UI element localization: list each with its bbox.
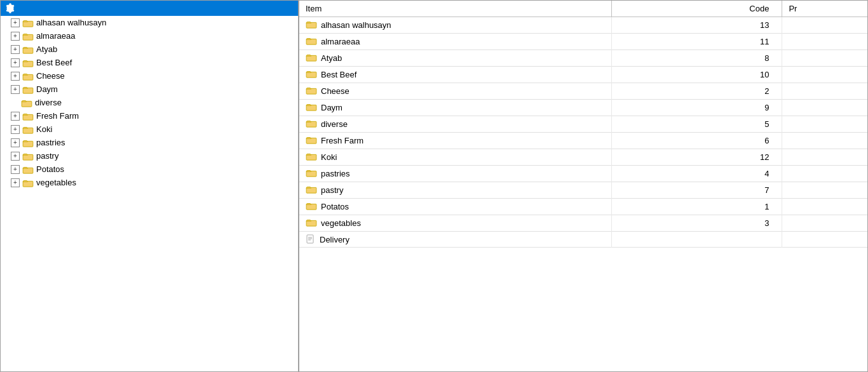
tree-header[interactable] bbox=[1, 1, 298, 16]
cell-item-pastries: pastries bbox=[299, 166, 612, 182]
gear-icon bbox=[4, 3, 15, 13]
cell-pr-potatos bbox=[782, 199, 867, 215]
cell-code-daym: 9 bbox=[612, 100, 782, 116]
tree-item-daym[interactable]: + Daym bbox=[1, 83, 298, 96]
folder-icon-atyab bbox=[22, 45, 34, 54]
expand-btn-koki[interactable]: + bbox=[11, 125, 20, 134]
cell-item-vegetables: vegetables bbox=[299, 215, 612, 232]
table-row-delivery[interactable]: Delivery bbox=[299, 232, 867, 248]
tree-item-almaraeaa[interactable]: + almaraeaa bbox=[1, 29, 298, 43]
cell-pr-bestbeef bbox=[782, 67, 867, 83]
row-folder-icon-alhasan bbox=[306, 20, 317, 30]
expand-btn-pastry[interactable]: + bbox=[11, 152, 20, 161]
expand-btn-freshfarm[interactable]: + bbox=[11, 112, 20, 121]
row-folder-icon-pastry bbox=[306, 185, 317, 196]
folder-icon-pastry bbox=[22, 152, 34, 161]
cell-code-pastries: 4 bbox=[612, 166, 782, 182]
cell-code-bestbeef: 10 bbox=[612, 67, 782, 83]
row-doc-icon-delivery bbox=[306, 234, 316, 244]
row-folder-icon-koki bbox=[306, 152, 317, 163]
cell-code-diverse: 5 bbox=[612, 116, 782, 133]
table-row-pastries[interactable]: pastries4 bbox=[299, 166, 867, 182]
tree-item-freshfarm[interactable]: + Fresh Farm bbox=[1, 109, 298, 123]
tree-item-label-cheese: Cheese bbox=[36, 71, 65, 81]
expand-btn-atyab[interactable]: + bbox=[11, 45, 20, 54]
folder-icon-almaraeaa bbox=[22, 32, 34, 41]
table-row-alhasan[interactable]: alhasan walhusayn13 bbox=[299, 17, 867, 34]
row-item-label-freshfarm: Fresh Farm bbox=[321, 136, 363, 145]
tree-item-bestbeef[interactable]: + Best Beef bbox=[1, 56, 298, 69]
main-container: + alhasan walhusayn+ almaraeaa+ Atyab+ B… bbox=[0, 0, 868, 372]
row-folder-icon-diverse bbox=[306, 119, 317, 130]
tree-item-diverse[interactable]: diverse bbox=[1, 96, 298, 109]
row-folder-icon-vegetables bbox=[306, 218, 317, 229]
tree-item-atyab[interactable]: + Atyab bbox=[1, 43, 298, 56]
cell-item-pastry: pastry bbox=[299, 182, 612, 199]
row-item-label-diverse: diverse bbox=[321, 119, 348, 129]
tree-item-potatos[interactable]: + Potatos bbox=[1, 163, 298, 176]
table-row-koki[interactable]: Koki12 bbox=[299, 149, 867, 166]
folder-icon-alhasan bbox=[22, 18, 34, 27]
cell-pr-diverse bbox=[782, 116, 867, 133]
table-container: Item Code Pr alhasan walhusayn13 almarae… bbox=[299, 1, 867, 248]
col-header-code: Code bbox=[612, 1, 782, 17]
table-row-vegetables[interactable]: vegetables3 bbox=[299, 215, 867, 232]
cell-code-koki: 12 bbox=[612, 149, 782, 166]
cell-item-delivery: Delivery bbox=[299, 232, 612, 248]
cell-item-cheese: Cheese bbox=[299, 83, 612, 100]
tree-item-label-almaraeaa: almaraeaa bbox=[36, 31, 75, 41]
table-row-pastry[interactable]: pastry7 bbox=[299, 182, 867, 199]
col-header-item: Item bbox=[299, 1, 612, 17]
expand-btn-alhasan[interactable]: + bbox=[11, 18, 20, 27]
table-row-atyab[interactable]: Atyab8 bbox=[299, 50, 867, 67]
expand-btn-almaraeaa[interactable]: + bbox=[11, 32, 20, 41]
tree-item-alhasan[interactable]: + alhasan walhusayn bbox=[1, 16, 298, 29]
cell-pr-koki bbox=[782, 149, 867, 166]
cell-pr-pastries bbox=[782, 166, 867, 182]
folder-icon-daym bbox=[22, 85, 34, 94]
cell-pr-cheese bbox=[782, 83, 867, 100]
row-item-label-pastry: pastry bbox=[321, 185, 343, 195]
tree-item-label-pastry: pastry bbox=[36, 151, 58, 161]
expand-btn-cheese[interactable]: + bbox=[11, 72, 20, 81]
tree-item-label-koki: Koki bbox=[36, 124, 52, 134]
cell-pr-alhasan bbox=[782, 17, 867, 34]
tree-item-label-bestbeef: Best Beef bbox=[36, 58, 72, 67]
cell-pr-almaraeaa bbox=[782, 34, 867, 50]
tree-item-cheese[interactable]: + Cheese bbox=[1, 69, 298, 83]
right-panel: Item Code Pr alhasan walhusayn13 almarae… bbox=[299, 1, 867, 371]
table-row-freshfarm[interactable]: Fresh Farm6 bbox=[299, 133, 867, 149]
tree-item-vegetables[interactable]: + vegetables bbox=[1, 176, 298, 189]
expand-btn-pastries[interactable]: + bbox=[11, 138, 20, 147]
table-row-potatos[interactable]: Potatos1 bbox=[299, 199, 867, 215]
table-body: alhasan walhusayn13 almaraeaa11 Atyab8 B… bbox=[299, 17, 867, 248]
expand-btn-daym[interactable]: + bbox=[11, 85, 20, 94]
folder-icon-bestbeef bbox=[22, 58, 34, 67]
tree-item-label-freshfarm: Fresh Farm bbox=[36, 111, 79, 121]
expand-btn-potatos[interactable]: + bbox=[11, 165, 20, 174]
row-item-label-potatos: Potatos bbox=[321, 202, 349, 211]
table-row-daym[interactable]: Daym9 bbox=[299, 100, 867, 116]
tree-item-koki[interactable]: + Koki bbox=[1, 123, 298, 136]
tree-item-label-daym: Daym bbox=[36, 84, 58, 94]
row-item-label-cheese: Cheese bbox=[321, 86, 349, 96]
tree-item-label-diverse: diverse bbox=[35, 98, 62, 107]
cell-item-atyab: Atyab bbox=[299, 50, 612, 67]
table-row-bestbeef[interactable]: Best Beef10 bbox=[299, 67, 867, 83]
table-row-diverse[interactable]: diverse5 bbox=[299, 116, 867, 133]
cell-item-diverse: diverse bbox=[299, 116, 612, 133]
expand-btn-bestbeef[interactable]: + bbox=[11, 58, 20, 67]
cell-item-almaraeaa: almaraeaa bbox=[299, 34, 612, 50]
cell-code-alhasan: 13 bbox=[612, 17, 782, 34]
tree-item-pastries[interactable]: + pastries bbox=[1, 136, 298, 149]
table-row-cheese[interactable]: Cheese2 bbox=[299, 83, 867, 100]
table-row-almaraeaa[interactable]: almaraeaa11 bbox=[299, 34, 867, 50]
cell-item-alhasan: alhasan walhusayn bbox=[299, 17, 612, 34]
tree-item-label-potatos: Potatos bbox=[36, 164, 64, 174]
tree-item-pastry[interactable]: + pastry bbox=[1, 149, 298, 163]
folder-icon-koki bbox=[22, 125, 34, 134]
cell-pr-pastry bbox=[782, 182, 867, 199]
row-folder-icon-pastries bbox=[306, 168, 317, 179]
tree-items-container: + alhasan walhusayn+ almaraeaa+ Atyab+ B… bbox=[1, 16, 298, 189]
expand-btn-vegetables[interactable]: + bbox=[11, 178, 20, 187]
